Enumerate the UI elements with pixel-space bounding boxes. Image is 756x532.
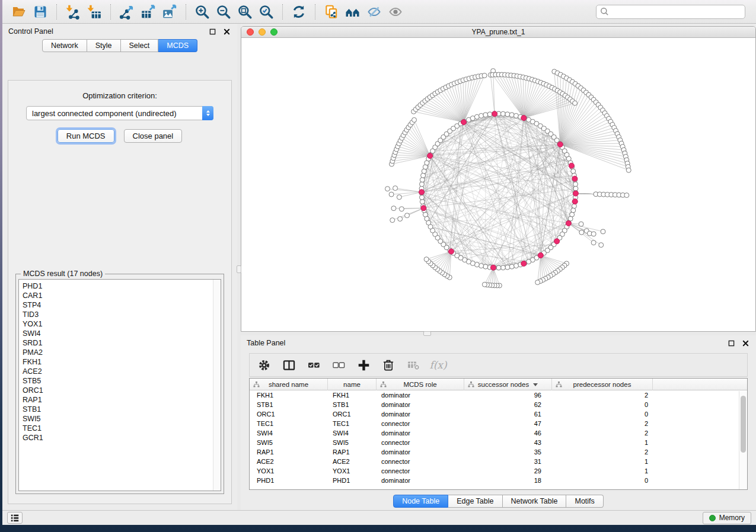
zoom-in-icon[interactable] [192, 2, 213, 22]
mcds-result-list[interactable]: PHD1CAR1STP4TID3YOX1SWI4SRD1PMA2FKH1ACE2… [18, 279, 221, 491]
zoom-out-icon[interactable] [213, 2, 234, 22]
column-header-successor-nodes[interactable]: successor nodes [464, 379, 552, 390]
apply-layout-icon[interactable] [288, 2, 310, 22]
table-row[interactable]: STB1STB1dominator620 [250, 400, 747, 409]
export-network-icon[interactable] [116, 2, 138, 22]
control-panel-tabs: NetworkStyleSelectMCDS [2, 39, 237, 52]
splitter-grip[interactable] [423, 331, 431, 336]
mcds-node-item[interactable]: CAR1 [23, 291, 221, 300]
save-session-icon[interactable] [30, 2, 51, 22]
hide-selected-icon[interactable] [363, 2, 385, 22]
node-table[interactable]: shared namenameMCDS rolesuccessor nodesp… [249, 378, 748, 490]
network-from-selection-icon[interactable] [321, 2, 342, 22]
table-row[interactable]: YOX1YOX1connector291 [250, 466, 747, 476]
control-panel-title: Control Panel [8, 27, 53, 36]
settings-gear-icon[interactable] [254, 356, 273, 374]
float-panel-icon[interactable] [208, 27, 217, 36]
toolbar-separator [56, 4, 57, 20]
tab-mcds[interactable]: MCDS [158, 39, 197, 52]
table-row[interactable]: RAP1RAP1dominator352 [250, 447, 747, 457]
tab-node-table[interactable]: Node Table [393, 495, 448, 508]
deselect-all-checkboxes-icon[interactable] [329, 356, 348, 374]
column-header-MCDS-role[interactable]: MCDS role [377, 379, 464, 390]
select-all-checkboxes-icon[interactable] [304, 356, 323, 374]
import-network-icon[interactable] [62, 2, 84, 22]
mcds-node-item[interactable]: ACE2 [23, 367, 221, 376]
mcds-node-item[interactable]: STB1 [23, 405, 221, 414]
search-field[interactable] [596, 5, 745, 19]
tab-network-table[interactable]: Network Table [503, 495, 567, 508]
mcds-node-item[interactable]: GCR1 [23, 433, 221, 443]
network-canvas[interactable] [241, 38, 755, 331]
delete-table-icon [404, 356, 423, 374]
show-columns-icon[interactable] [279, 356, 298, 374]
apply-function-icon: f(x) [429, 356, 448, 374]
network-graph[interactable] [241, 38, 754, 331]
list-scrollbar[interactable] [213, 280, 221, 491]
import-table-icon[interactable] [84, 2, 105, 22]
open-session-icon[interactable] [8, 2, 30, 22]
close-panel-button[interactable]: Close panel [124, 129, 183, 143]
column-header-name[interactable]: name [328, 379, 377, 390]
zoom-selected-icon[interactable] [256, 2, 277, 22]
column-header-shared-name[interactable]: shared name [250, 379, 328, 390]
table-row[interactable]: FKH1FKH1dominator962 [250, 390, 747, 400]
cytoscape-window: Control Panel NetworkStyleSelectMCDS Opt… [2, 0, 756, 525]
zoom-fit-icon[interactable] [234, 2, 256, 22]
memory-button[interactable]: Memory [703, 512, 751, 524]
column-header-predecessor-nodes[interactable]: predecessor nodes [552, 379, 653, 390]
mcds-node-item[interactable]: PHD1 [23, 281, 221, 291]
table-row[interactable]: TEC1TEC1connector472 [250, 419, 747, 428]
mcds-node-item[interactable]: RAP1 [23, 395, 221, 405]
table-toolbar: f(x) [249, 353, 748, 377]
export-table-icon[interactable] [138, 2, 159, 22]
mcds-node-item[interactable]: STB5 [23, 376, 221, 386]
add-column-icon[interactable] [354, 356, 373, 374]
close-panel-icon[interactable] [741, 338, 750, 348]
mcds-node-item[interactable]: YOX1 [23, 319, 221, 329]
table-scrollbar[interactable] [739, 391, 747, 489]
mcds-node-item[interactable]: SWI5 [23, 414, 221, 424]
mcds-node-item[interactable]: ORC1 [23, 386, 221, 395]
mcds-node-item[interactable]: SRD1 [23, 338, 221, 348]
network-titlebar[interactable]: YPA_prune.txt_1 [241, 27, 755, 38]
first-neighbors-icon[interactable] [342, 2, 363, 22]
float-panel-icon[interactable] [726, 338, 736, 348]
toolbar-separator [186, 4, 186, 20]
tab-select[interactable]: Select [121, 39, 159, 52]
criterion-dropdown[interactable]: largest connected component (undirected) [26, 106, 213, 120]
tab-network[interactable]: Network [42, 39, 87, 52]
mcds-result-group: MCDS result (17 nodes) PHD1CAR1STP4TID3Y… [15, 274, 224, 494]
mcds-node-item[interactable]: STP4 [23, 300, 221, 310]
table-row[interactable]: PHD1PHD1dominator180 [250, 476, 747, 485]
table-header-row: shared namenameMCDS rolesuccessor nodesp… [250, 379, 747, 390]
mcds-node-item[interactable]: TID3 [23, 310, 221, 319]
run-mcds-button[interactable]: Run MCDS [58, 129, 114, 143]
tab-style[interactable]: Style [87, 39, 121, 52]
table-row[interactable]: ACE2ACE2connector311 [250, 457, 747, 466]
scrollbar-thumb[interactable] [741, 396, 746, 453]
optimization-criterion-label: Optimization criterion: [8, 91, 231, 100]
close-panel-icon[interactable] [222, 27, 231, 36]
horizontal-splitter[interactable] [241, 332, 756, 335]
table-panel-title: Table Panel [247, 339, 285, 347]
delete-column-icon[interactable] [379, 356, 398, 374]
show-all-icon[interactable] [385, 2, 406, 22]
mcds-node-item[interactable]: FKH1 [23, 357, 221, 367]
table-row[interactable]: SWI5SWI5connector431 [250, 438, 747, 447]
table-row[interactable]: ORC1ORC1dominator610 [250, 409, 747, 419]
list-icon [10, 513, 20, 523]
table-row[interactable]: SWI4SWI4dominator462 [250, 428, 747, 438]
sort-desc-icon [533, 383, 538, 386]
memory-label: Memory [719, 514, 745, 522]
mcds-node-item[interactable]: TEC1 [23, 424, 221, 433]
tab-motifs[interactable]: Motifs [566, 495, 603, 508]
task-history-button[interactable] [7, 512, 23, 524]
vertical-splitter[interactable] [237, 24, 241, 510]
tab-edge-table[interactable]: Edge Table [448, 495, 502, 508]
splitter-grip[interactable] [237, 265, 241, 273]
search-input[interactable] [609, 6, 741, 18]
mcds-node-item[interactable]: PMA2 [23, 348, 221, 357]
mcds-node-item[interactable]: SWI4 [23, 329, 221, 338]
export-image-icon[interactable] [159, 2, 180, 22]
